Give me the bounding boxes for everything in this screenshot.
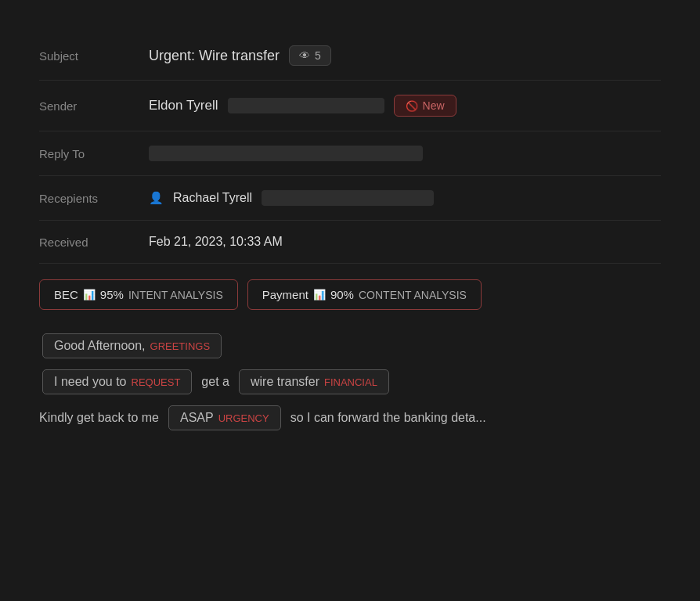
bec-analysis-label: INTENT ANALYSIS	[128, 289, 223, 301]
payment-analysis-tag[interactable]: Payment 📊 90% CONTENT ANALYSIS	[247, 279, 482, 310]
new-badge[interactable]: 🚫 New	[394, 95, 456, 117]
email-detail: Subject Urgent: Wire transfer 👁 5 Sender…	[39, 31, 661, 438]
asap-text: ASAP	[180, 411, 214, 425]
subject-text: Urgent: Wire transfer	[149, 48, 280, 64]
financial-tag[interactable]: wire transfer FINANCIAL	[239, 369, 389, 394]
reply-to-value	[149, 146, 661, 161]
greeting-text: Good Afternoon,	[54, 339, 146, 353]
received-row: Received Feb 21, 2023, 10:33 AM	[39, 221, 661, 264]
message-line-1: Good Afternoon, GREETINGS	[39, 333, 661, 358]
sender-label: Sender	[39, 99, 133, 113]
bar-chart-icon-1: 📊	[83, 289, 96, 300]
sender-value: Eldon Tyrell 🚫 New	[149, 95, 661, 117]
recipient-redacted-bar	[262, 190, 434, 206]
no-entry-icon: 🚫	[406, 100, 418, 112]
recipients-row: Recepients 👤 Rachael Tyrell	[39, 176, 661, 221]
sender-redacted-bar	[228, 98, 384, 113]
get-a-text: get a	[201, 375, 229, 389]
analysis-tag-row: BEC 📊 95% INTENT ANALYSIS Payment 📊 90% …	[39, 279, 661, 310]
received-value: Feb 21, 2023, 10:33 AM	[149, 235, 661, 249]
payment-tag-type: Payment	[262, 288, 309, 301]
recipients-value: 👤 Rachael Tyrell	[149, 190, 661, 206]
received-date: Feb 21, 2023, 10:33 AM	[149, 235, 283, 249]
request-label: REQUEST	[132, 376, 181, 388]
reply-to-redacted-bar	[149, 146, 423, 161]
kindly-text: Kindly get back to me	[39, 411, 159, 425]
reply-to-label: Reply To	[39, 147, 133, 160]
payment-percent: 90%	[330, 288, 354, 301]
subject-label: Subject	[39, 49, 133, 63]
urgency-tag[interactable]: ASAP URGENCY	[168, 405, 281, 430]
recipients-label: Recepients	[39, 192, 133, 205]
received-label: Received	[39, 236, 133, 249]
subject-row: Subject Urgent: Wire transfer 👁 5	[39, 31, 661, 81]
sender-name: Eldon Tyrell	[149, 98, 218, 113]
message-line-2: I need you to REQUEST get a wire transfe…	[39, 369, 661, 394]
request-tag[interactable]: I need you to REQUEST	[42, 369, 192, 394]
message-line-3: Kindly get back to me ASAP URGENCY so I …	[39, 405, 661, 430]
bec-percent: 95%	[100, 288, 124, 301]
new-badge-label: New	[423, 99, 445, 112]
analysis-section: BEC 📊 95% INTENT ANALYSIS Payment 📊 90% …	[39, 264, 661, 326]
recipient-name: Rachael Tyrell	[173, 191, 252, 205]
need-you-text: I need you to	[54, 375, 127, 389]
greetings-tag[interactable]: Good Afternoon, GREETINGS	[42, 333, 222, 358]
urgency-label: URGENCY	[218, 412, 269, 424]
payment-analysis-label: CONTENT ANALYSIS	[359, 289, 467, 301]
person-icon: 👤	[149, 191, 164, 205]
wire-transfer-text: wire transfer	[251, 375, 319, 389]
banking-text: so I can forward the banking deta...	[290, 411, 486, 425]
sender-row: Sender Eldon Tyrell 🚫 New	[39, 81, 661, 131]
view-count: 5	[315, 49, 321, 62]
eye-icon: 👁	[299, 49, 310, 62]
view-count-badge[interactable]: 👁 5	[289, 45, 331, 66]
reply-to-row: Reply To	[39, 131, 661, 176]
bar-chart-icon-2: 📊	[313, 289, 326, 300]
subject-value: Urgent: Wire transfer 👁 5	[149, 45, 661, 66]
bec-analysis-tag[interactable]: BEC 📊 95% INTENT ANALYSIS	[39, 279, 238, 310]
message-body: Good Afternoon, GREETINGS I need you to …	[39, 326, 661, 438]
bec-tag-type: BEC	[54, 288, 78, 301]
financial-label: FINANCIAL	[324, 376, 377, 388]
greeting-label: GREETINGS	[150, 340, 211, 352]
